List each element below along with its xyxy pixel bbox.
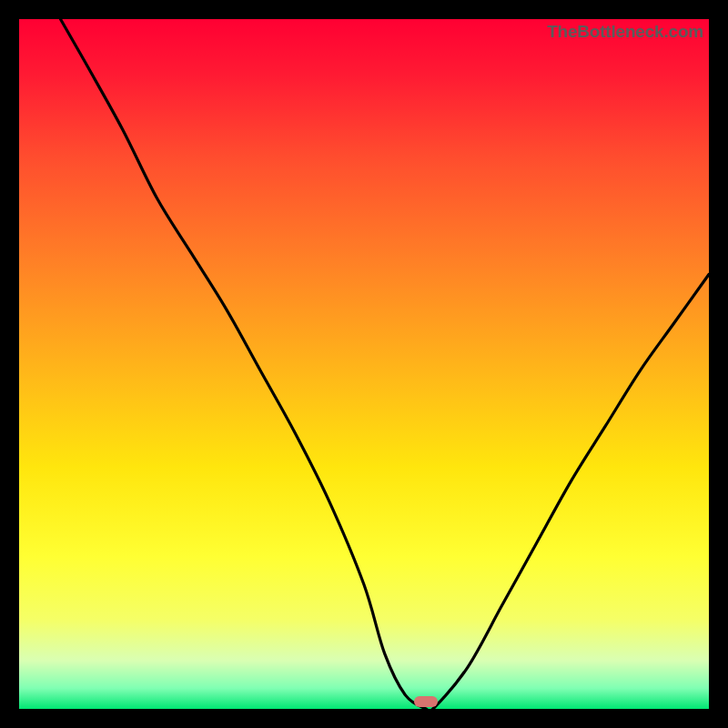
bottleneck-curve-path xyxy=(60,19,709,713)
chart-frame: TheBottleneck.com xyxy=(0,0,728,728)
curve-layer xyxy=(19,19,709,709)
watermark-text: TheBottleneck.com xyxy=(547,22,703,42)
plot-area: TheBottleneck.com xyxy=(19,19,709,709)
optimum-marker xyxy=(414,696,438,707)
